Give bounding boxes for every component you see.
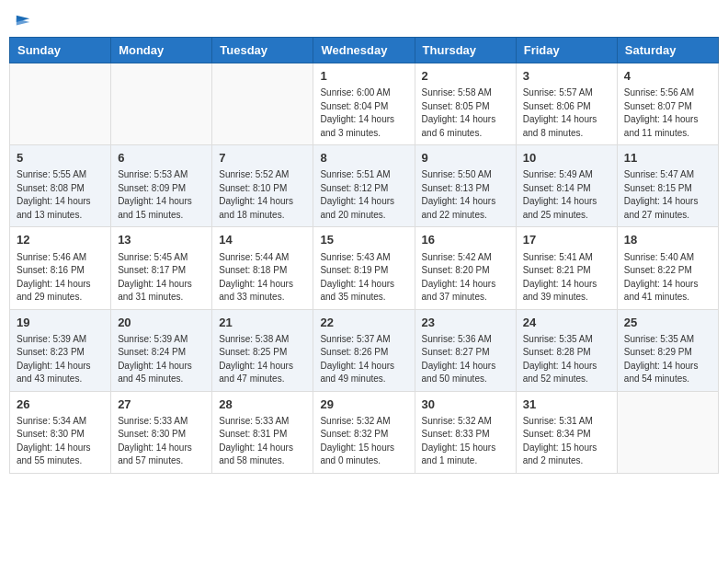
day-info: Sunrise: 5:37 AM Sunset: 8:26 PM Dayligh… [320,333,407,386]
day-number: 30 [422,396,509,413]
day-number: 3 [523,68,610,85]
day-number: 7 [219,150,306,167]
day-info: Sunrise: 5:42 AM Sunset: 8:20 PM Dayligh… [422,251,509,304]
day-number: 2 [422,68,509,85]
calendar-day-cell: 23Sunrise: 5:36 AM Sunset: 8:27 PM Dayli… [415,309,516,391]
calendar-day-cell: 19Sunrise: 5:39 AM Sunset: 8:23 PM Dayli… [10,309,111,391]
day-number: 27 [118,396,205,413]
day-number: 5 [17,150,104,167]
day-number: 18 [624,232,711,248]
day-info: Sunrise: 5:57 AM Sunset: 8:06 PM Dayligh… [523,86,610,140]
day-info: Sunrise: 5:53 AM Sunset: 8:09 PM Dayligh… [118,168,205,222]
calendar-day-cell: 5Sunrise: 5:55 AM Sunset: 8:08 PM Daylig… [10,145,111,227]
calendar-day-cell: 25Sunrise: 5:35 AM Sunset: 8:29 PM Dayli… [617,309,718,391]
calendar-day-header: Wednesday [313,38,415,63]
calendar-day-cell: 27Sunrise: 5:33 AM Sunset: 8:30 PM Dayli… [111,391,212,473]
day-number: 11 [624,150,711,167]
day-number: 8 [320,150,407,167]
day-number: 23 [422,315,509,331]
day-number: 9 [422,150,509,167]
calendar-day-cell: 17Sunrise: 5:41 AM Sunset: 8:21 PM Dayli… [516,227,617,309]
calendar-day-cell [111,63,212,145]
calendar-header-row: SundayMondayTuesdayWednesdayThursdayFrid… [10,38,719,63]
calendar-week-row: 5Sunrise: 5:55 AM Sunset: 8:08 PM Daylig… [10,145,719,227]
day-info: Sunrise: 5:47 AM Sunset: 8:15 PM Dayligh… [624,168,711,222]
calendar-day-cell: 7Sunrise: 5:52 AM Sunset: 8:10 PM Daylig… [212,145,313,227]
day-number: 16 [422,232,509,248]
calendar-day-cell: 31Sunrise: 5:31 AM Sunset: 8:34 PM Dayli… [516,391,617,473]
calendar-day-cell: 6Sunrise: 5:53 AM Sunset: 8:09 PM Daylig… [111,145,212,227]
calendar-day-cell: 21Sunrise: 5:38 AM Sunset: 8:25 PM Dayli… [212,309,313,391]
day-info: Sunrise: 5:33 AM Sunset: 8:30 PM Dayligh… [118,415,205,468]
calendar-day-cell: 24Sunrise: 5:35 AM Sunset: 8:28 PM Dayli… [516,309,617,391]
calendar-week-row: 19Sunrise: 5:39 AM Sunset: 8:23 PM Dayli… [10,309,719,391]
day-info: Sunrise: 5:52 AM Sunset: 8:10 PM Dayligh… [219,168,306,222]
calendar-day-cell [617,391,718,473]
calendar-day-cell: 13Sunrise: 5:45 AM Sunset: 8:17 PM Dayli… [111,227,212,309]
day-info: Sunrise: 5:36 AM Sunset: 8:27 PM Dayligh… [422,333,509,386]
calendar-day-cell: 2Sunrise: 5:58 AM Sunset: 8:05 PM Daylig… [415,63,516,145]
calendar-day-cell: 18Sunrise: 5:40 AM Sunset: 8:22 PM Dayli… [617,227,718,309]
calendar-day-header: Friday [516,38,617,63]
day-number: 14 [219,232,306,248]
day-info: Sunrise: 5:32 AM Sunset: 8:32 PM Dayligh… [320,415,407,468]
calendar-day-cell [10,63,111,145]
day-info: Sunrise: 5:40 AM Sunset: 8:22 PM Dayligh… [624,251,711,304]
day-number: 22 [320,315,407,331]
day-number: 31 [523,396,610,413]
day-number: 28 [219,396,306,413]
day-number: 25 [624,315,711,331]
calendar-day-cell: 3Sunrise: 5:57 AM Sunset: 8:06 PM Daylig… [516,63,617,145]
calendar-day-cell: 15Sunrise: 5:43 AM Sunset: 8:19 PM Dayli… [313,227,415,309]
calendar-day-cell: 4Sunrise: 5:56 AM Sunset: 8:07 PM Daylig… [617,63,718,145]
day-number: 4 [624,68,711,85]
day-number: 26 [17,396,104,413]
calendar-day-header: Saturday [617,38,718,63]
day-number: 20 [118,315,205,331]
day-info: Sunrise: 5:39 AM Sunset: 8:24 PM Dayligh… [118,333,205,386]
calendar-day-cell: 9Sunrise: 5:50 AM Sunset: 8:13 PM Daylig… [415,145,516,227]
day-info: Sunrise: 5:44 AM Sunset: 8:18 PM Dayligh… [219,251,306,304]
calendar-day-cell: 29Sunrise: 5:32 AM Sunset: 8:32 PM Dayli… [313,391,415,473]
day-info: Sunrise: 5:35 AM Sunset: 8:29 PM Dayligh… [624,333,711,386]
calendar-day-cell: 20Sunrise: 5:39 AM Sunset: 8:24 PM Dayli… [111,309,212,391]
day-info: Sunrise: 5:56 AM Sunset: 8:07 PM Dayligh… [624,86,711,140]
day-number: 19 [17,315,104,331]
calendar-day-cell: 28Sunrise: 5:33 AM Sunset: 8:31 PM Dayli… [212,391,313,473]
day-info: Sunrise: 5:41 AM Sunset: 8:21 PM Dayligh… [523,251,610,304]
day-info: Sunrise: 5:50 AM Sunset: 8:13 PM Dayligh… [422,168,509,222]
day-info: Sunrise: 5:58 AM Sunset: 8:05 PM Dayligh… [422,86,509,140]
calendar-day-cell: 1Sunrise: 6:00 AM Sunset: 8:04 PM Daylig… [313,63,415,145]
calendar-day-header: Thursday [415,38,516,63]
day-number: 29 [320,396,407,413]
calendar-day-cell: 8Sunrise: 5:51 AM Sunset: 8:12 PM Daylig… [313,145,415,227]
day-number: 21 [219,315,306,331]
day-info: Sunrise: 5:46 AM Sunset: 8:16 PM Dayligh… [17,251,104,304]
day-number: 13 [118,232,205,248]
day-info: Sunrise: 5:43 AM Sunset: 8:19 PM Dayligh… [320,251,407,304]
logo [13,13,31,29]
day-number: 6 [118,150,205,167]
day-info: Sunrise: 5:39 AM Sunset: 8:23 PM Dayligh… [17,333,104,386]
calendar-day-cell: 12Sunrise: 5:46 AM Sunset: 8:16 PM Dayli… [10,227,111,309]
calendar-day-cell: 22Sunrise: 5:37 AM Sunset: 8:26 PM Dayli… [313,309,415,391]
day-info: Sunrise: 5:38 AM Sunset: 8:25 PM Dayligh… [219,333,306,386]
calendar-day-cell [212,63,313,145]
calendar-week-row: 1Sunrise: 6:00 AM Sunset: 8:04 PM Daylig… [10,63,719,145]
calendar-day-header: Sunday [10,38,111,63]
calendar-day-cell: 10Sunrise: 5:49 AM Sunset: 8:14 PM Dayli… [516,145,617,227]
day-info: Sunrise: 5:55 AM Sunset: 8:08 PM Dayligh… [17,168,104,222]
day-info: Sunrise: 5:31 AM Sunset: 8:34 PM Dayligh… [523,415,610,468]
day-number: 24 [523,315,610,331]
day-number: 1 [320,68,407,85]
day-info: Sunrise: 5:32 AM Sunset: 8:33 PM Dayligh… [422,415,509,468]
day-info: Sunrise: 5:51 AM Sunset: 8:12 PM Dayligh… [320,168,407,222]
page-header [9,9,719,29]
calendar-day-cell: 30Sunrise: 5:32 AM Sunset: 8:33 PM Dayli… [415,391,516,473]
day-info: Sunrise: 6:00 AM Sunset: 8:04 PM Dayligh… [320,86,407,140]
day-number: 17 [523,232,610,248]
day-info: Sunrise: 5:33 AM Sunset: 8:31 PM Dayligh… [219,415,306,468]
day-number: 12 [17,232,104,248]
calendar-day-cell: 14Sunrise: 5:44 AM Sunset: 8:18 PM Dayli… [212,227,313,309]
calendar-day-cell: 26Sunrise: 5:34 AM Sunset: 8:30 PM Dayli… [10,391,111,473]
